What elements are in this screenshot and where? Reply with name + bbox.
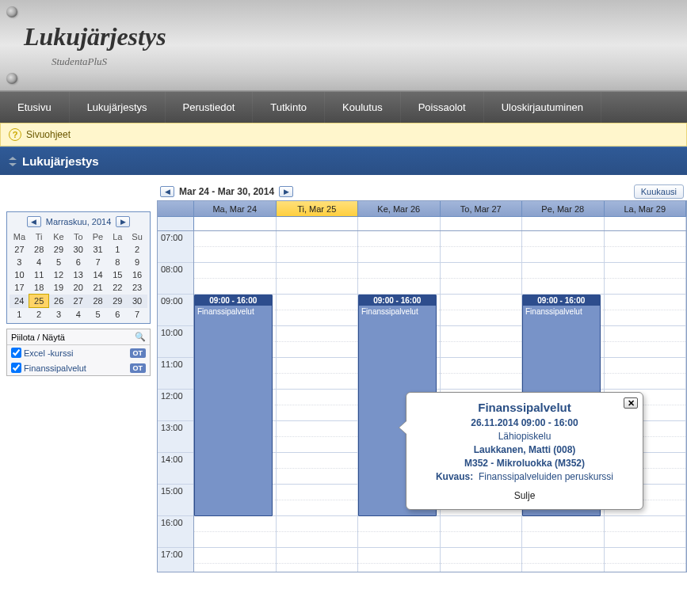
- nav-etusivu[interactable]: Etusivu: [0, 92, 70, 124]
- mini-cal-day[interactable]: 14: [88, 268, 108, 281]
- mini-cal-day[interactable]: 6: [68, 256, 88, 268]
- view-month-button[interactable]: Kuukausi: [634, 184, 684, 199]
- mini-cal-next-button[interactable]: ▶: [116, 216, 130, 227]
- mini-cal-day[interactable]: 2: [128, 243, 147, 256]
- mini-cal-day[interactable]: 27: [10, 243, 29, 256]
- hint-bar[interactable]: ? Sivuohjeet: [0, 123, 687, 146]
- mini-cal-day[interactable]: 30: [128, 295, 147, 308]
- allday-cell[interactable]: [277, 217, 359, 230]
- mini-cal-day[interactable]: 28: [88, 295, 108, 308]
- mini-cal-header: ◀ Marraskuu, 2014 ▶: [10, 215, 147, 229]
- allday-cell[interactable]: [522, 217, 605, 230]
- filter-checkbox[interactable]: [11, 363, 21, 373]
- mini-cal-day[interactable]: 12: [49, 268, 69, 281]
- calendar-event[interactable]: 09:00 - 16:00Finanssipalvelut: [194, 295, 273, 516]
- mini-cal-day[interactable]: 11: [29, 268, 49, 281]
- mini-cal-day[interactable]: 19: [49, 281, 69, 295]
- event-time: 09:00 - 16:00: [359, 295, 436, 306]
- mini-calendar: ◀ Marraskuu, 2014 ▶ MaTiKeToPeLaSu 27282…: [6, 211, 151, 324]
- mini-cal-day[interactable]: 5: [88, 308, 108, 321]
- day-column[interactable]: 09:00 - 16:00Finanssipalvelut: [194, 231, 277, 572]
- mini-cal-day[interactable]: 22: [108, 281, 128, 295]
- day-header[interactable]: Ke, Mar 26: [358, 201, 441, 216]
- mini-cal-day[interactable]: 3: [10, 256, 29, 268]
- day-header[interactable]: Ti, Mar 25: [277, 201, 359, 216]
- mini-cal-day[interactable]: 15: [108, 268, 128, 281]
- main-nav: Etusivu Lukujärjestys Perustiedot Tutkin…: [0, 91, 687, 123]
- mini-cal-day[interactable]: 29: [108, 295, 128, 308]
- mini-cal-day[interactable]: 2: [29, 308, 49, 321]
- mini-cal-day[interactable]: 29: [49, 243, 69, 256]
- panel-header[interactable]: Lukujärjestys: [0, 146, 687, 175]
- mini-cal-day[interactable]: 1: [108, 243, 128, 256]
- nav-lukujarjestys[interactable]: Lukujärjestys: [70, 92, 166, 124]
- filter-label: Finanssipalvelut: [24, 363, 86, 373]
- popup-desc-label: Kuvaus:: [436, 471, 473, 482]
- popup-datetime: 26.11.2014 09:00 - 16:00: [418, 417, 632, 428]
- popup-close-link[interactable]: Sulje: [418, 490, 632, 501]
- nav-perustiedot[interactable]: Perustiedot: [166, 92, 254, 124]
- time-label: 14:00: [158, 453, 193, 485]
- collapse-icon: [8, 157, 17, 166]
- filter-badge[interactable]: OT: [130, 363, 147, 373]
- range-prev-button[interactable]: ◀: [160, 186, 174, 197]
- nav-poissaolot[interactable]: Poissaolot: [401, 92, 484, 124]
- popup-title: Finanssipalvelut: [418, 401, 632, 414]
- range-label: Mar 24 - Mar 30, 2014: [179, 186, 274, 197]
- day-header[interactable]: Pe, Mar 28: [522, 201, 605, 216]
- search-icon[interactable]: 🔍: [135, 332, 146, 342]
- filter-row: Excel -kurssiOT: [7, 345, 150, 360]
- mini-cal-day[interactable]: 16: [128, 268, 147, 281]
- mini-cal-day[interactable]: 25: [29, 295, 49, 308]
- day-column[interactable]: [277, 231, 359, 572]
- popup-teacher: Laukkanen, Matti (008): [418, 444, 632, 455]
- time-label: 12:00: [158, 390, 193, 421]
- mini-cal-day[interactable]: 5: [49, 256, 69, 268]
- allday-row: [158, 217, 686, 231]
- mini-cal-day[interactable]: 31: [88, 243, 108, 256]
- day-header[interactable]: Ma, Mar 24: [194, 201, 277, 216]
- allday-cell[interactable]: [605, 217, 687, 230]
- allday-cell[interactable]: [358, 217, 441, 230]
- filter-badge[interactable]: OT: [130, 348, 147, 358]
- mini-cal-day[interactable]: 23: [128, 281, 147, 295]
- filter-item[interactable]: Finanssipalvelut: [11, 363, 86, 373]
- mini-cal-day[interactable]: 7: [128, 308, 147, 321]
- range-next-button[interactable]: ▶: [279, 186, 293, 197]
- event-title: Finanssipalvelut: [359, 306, 436, 318]
- day-header[interactable]: To, Mar 27: [441, 201, 523, 216]
- mini-cal-day[interactable]: 3: [49, 308, 69, 321]
- help-icon: ?: [9, 128, 21, 141]
- nav-koulutus[interactable]: Koulutus: [325, 92, 401, 124]
- nav-uloskirjautuminen[interactable]: Uloskirjautuminen: [484, 92, 601, 124]
- mini-cal-day[interactable]: 26: [49, 295, 69, 308]
- mini-cal-day[interactable]: 30: [68, 243, 88, 256]
- filter-checkbox[interactable]: [11, 348, 21, 358]
- mini-cal-day[interactable]: 4: [29, 256, 49, 268]
- mini-cal-day[interactable]: 7: [88, 256, 108, 268]
- app-title: Lukujärjestys: [24, 22, 166, 51]
- mini-cal-day[interactable]: 4: [68, 308, 88, 321]
- mini-cal-day[interactable]: 24: [10, 295, 29, 308]
- mini-cal-day[interactable]: 18: [29, 281, 49, 295]
- mini-cal-day[interactable]: 17: [10, 281, 29, 295]
- mini-cal-day[interactable]: 27: [68, 295, 88, 308]
- mini-cal-prev-button[interactable]: ◀: [27, 216, 41, 227]
- day-header[interactable]: La, Mar 29: [605, 201, 687, 216]
- allday-cell[interactable]: [194, 217, 277, 230]
- mini-cal-day[interactable]: 8: [108, 256, 128, 268]
- mini-cal-day[interactable]: 9: [128, 256, 147, 268]
- filter-item[interactable]: Excel -kurssi: [11, 348, 73, 358]
- nav-tutkinto[interactable]: Tutkinto: [253, 92, 325, 124]
- filter-panel: Piilota / Näytä 🔍 Excel -kurssiOTFinanss…: [6, 329, 151, 376]
- mini-cal-title[interactable]: Marraskuu, 2014: [46, 217, 112, 226]
- mini-cal-day[interactable]: 20: [68, 281, 88, 295]
- mini-cal-day[interactable]: 21: [88, 281, 108, 295]
- mini-cal-day[interactable]: 6: [108, 308, 128, 321]
- allday-cell[interactable]: [441, 217, 523, 230]
- mini-cal-day[interactable]: 13: [68, 268, 88, 281]
- popup-close-button[interactable]: ✕: [624, 397, 638, 409]
- mini-cal-day[interactable]: 10: [10, 268, 29, 281]
- mini-cal-day[interactable]: 1: [10, 308, 29, 321]
- mini-cal-day[interactable]: 28: [29, 243, 49, 256]
